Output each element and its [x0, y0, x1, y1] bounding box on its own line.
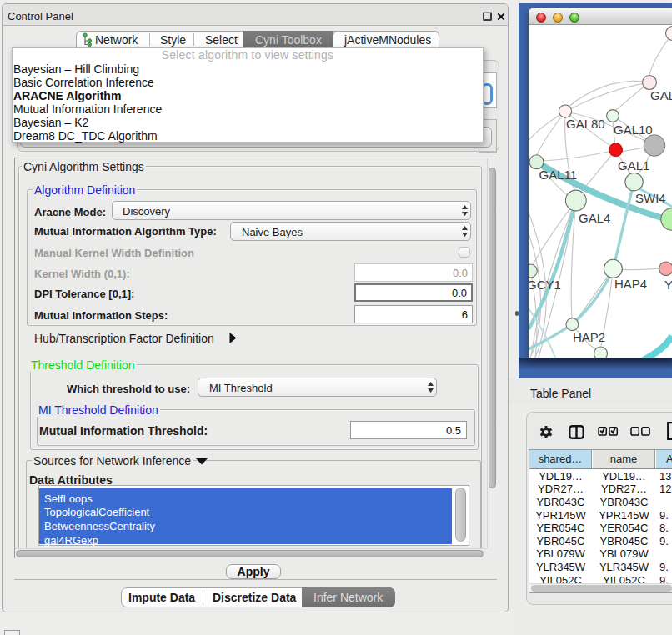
svg-text:GAL1: GAL1 — [618, 158, 649, 172]
svg-text:GAL80: GAL80 — [566, 117, 605, 131]
svg-text:GCY1: GCY1 — [529, 278, 561, 292]
svg-text:GAL2: GAL2 — [650, 88, 672, 102]
svg-text:YJ: YJ — [664, 278, 672, 292]
svg-text:GAL4: GAL4 — [579, 211, 610, 225]
svg-text:SWI4: SWI4 — [635, 191, 666, 205]
svg-text:HAP4: HAP4 — [614, 277, 647, 291]
svg-text:GAL11: GAL11 — [539, 168, 578, 182]
svg-text:GAL10: GAL10 — [614, 122, 653, 137]
svg-text:HAP2: HAP2 — [573, 330, 605, 344]
